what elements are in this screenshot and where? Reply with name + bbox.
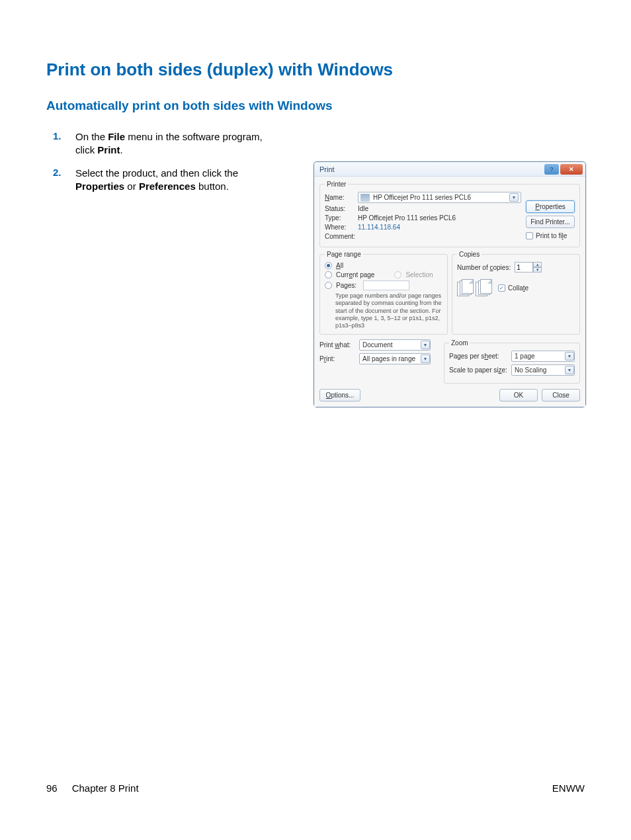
options-button[interactable]: Options...: [319, 389, 360, 401]
chevron-down-icon: ▼: [509, 193, 519, 202]
chevron-down-icon: ▼: [565, 352, 574, 360]
status-label: Status:: [325, 205, 355, 212]
where-label: Where:: [325, 224, 355, 231]
name-label: Name:: [325, 194, 355, 201]
pages-input[interactable]: [363, 280, 409, 290]
type-label: Type:: [325, 214, 355, 222]
pages-per-sheet-label: Pages per sheet:: [449, 353, 509, 360]
chevron-down-icon: ▼: [421, 355, 430, 363]
print-what-label: Print what:: [319, 341, 357, 349]
pages-per-sheet-select[interactable]: 1 page▼: [511, 351, 575, 362]
group-legend: Copies: [457, 251, 482, 258]
where-value: 11.114.118.64: [358, 224, 400, 231]
status-value: Idle: [358, 205, 368, 212]
page-number: 96: [46, 782, 58, 794]
print-dialog-screenshot: Print ? ✕ Printer Name: HP Officejet Pro…: [314, 161, 586, 407]
help-button[interactable]: ?: [544, 164, 559, 175]
radio-current[interactable]: [325, 271, 332, 278]
step-body: On the File menu in the software program…: [75, 130, 280, 157]
radio-all-label: All: [336, 262, 343, 269]
copies-spinner[interactable]: ▲▼: [515, 262, 542, 273]
printer-group: Printer Name: HP Officejet Pro 111 serie…: [319, 181, 580, 247]
dialog-titlebar: Print ? ✕: [314, 162, 585, 177]
print-to-file-checkbox[interactable]: Print to file: [526, 232, 575, 239]
group-legend: Zoom: [449, 339, 470, 347]
copies-group: Copies Number of copies: ▲▼: [452, 251, 580, 335]
copies-input[interactable]: [515, 262, 533, 273]
copies-label: Number of copies:: [457, 264, 511, 271]
close-icon[interactable]: ✕: [560, 164, 583, 175]
spin-up-icon[interactable]: ▲: [533, 262, 542, 267]
collate-checkbox[interactable]: ✓Collate: [498, 284, 528, 292]
scale-select[interactable]: No Scaling▼: [511, 364, 575, 376]
chevron-down-icon: ▼: [565, 366, 574, 374]
group-legend: Printer: [325, 181, 348, 188]
group-legend: Page range: [325, 251, 363, 258]
comment-label: Comment:: [325, 233, 355, 240]
pages-hint: Type page numbers and/or page ranges sep…: [335, 292, 442, 329]
page-range-group: Page range All Current page Selection Pa…: [319, 251, 448, 335]
chapter-label: Chapter 8 Print: [72, 782, 139, 794]
page-title: Print on both sides (duplex) with Window…: [46, 60, 585, 80]
print-label: Print:: [319, 355, 357, 362]
zoom-group: Zoom Pages per sheet:1 page▼ Scale to pa…: [444, 339, 580, 384]
type-value: HP Officejet Pro 111 series PCL6: [358, 214, 456, 222]
properties-button[interactable]: Properties: [526, 200, 575, 213]
radio-all[interactable]: [325, 262, 332, 269]
page-footer: 96 Chapter 8 Print ENWW: [46, 782, 585, 794]
scale-label: Scale to paper size:: [449, 366, 509, 374]
radio-pages-label: Pages:: [336, 282, 357, 289]
collate-illustration: [457, 279, 491, 296]
print-select[interactable]: All pages in range▼: [359, 353, 431, 364]
chevron-down-icon: ▼: [421, 341, 430, 349]
printer-icon: [360, 194, 370, 202]
radio-selection-label: Selection: [405, 271, 433, 278]
step-number: 1.: [53, 130, 75, 157]
page-subtitle: Automatically print on both sides with W…: [46, 99, 585, 113]
find-printer-button[interactable]: Find Printer...: [526, 216, 575, 228]
radio-pages[interactable]: [325, 282, 332, 289]
step-body: Select the product, and then click the P…: [75, 167, 280, 194]
close-button[interactable]: Close: [542, 389, 580, 401]
ok-button[interactable]: OK: [499, 389, 538, 401]
dialog-title: Print: [319, 165, 335, 173]
print-what-select[interactable]: Document▼: [359, 339, 431, 351]
radio-selection[interactable]: [394, 271, 401, 278]
spin-down-icon[interactable]: ▼: [533, 267, 542, 273]
radio-current-label: Current page: [336, 271, 374, 278]
brand-label: ENWW: [552, 782, 585, 794]
step-number: 2.: [53, 167, 75, 194]
printer-name-select[interactable]: HP Officejet Pro 111 series PCL6 ▼: [358, 192, 521, 203]
